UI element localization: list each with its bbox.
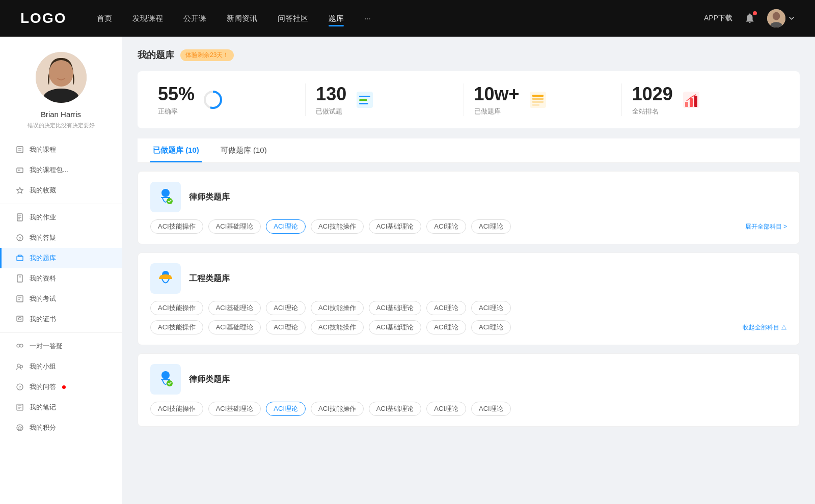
nav-qa[interactable]: 问答社区 xyxy=(278,14,308,23)
bank-tag[interactable]: ACI理论 xyxy=(471,320,511,334)
bank-tag-selected[interactable]: ACI理论 xyxy=(266,402,306,416)
bank-tag[interactable]: ACI理论 xyxy=(426,301,466,315)
menu-label-qa: 我的答疑 xyxy=(30,233,56,242)
bank-tag[interactable]: ACI理论 xyxy=(266,320,306,334)
expand-link-lawyer1[interactable]: 展开全部科目 > xyxy=(745,222,787,231)
tab-available[interactable]: 可做题库 (10) xyxy=(218,138,270,162)
stat-done-label: 已做试题 xyxy=(316,107,346,116)
menu-label-points: 我的积分 xyxy=(30,423,56,432)
menu-label-question: 我的问答 xyxy=(30,382,56,391)
bank-tag[interactable]: ACI理论 xyxy=(471,402,511,416)
lawyer-bank-icon2 xyxy=(150,364,181,395)
sidebar-item-question[interactable]: ? 我的问答 xyxy=(0,377,122,397)
svg-rect-58 xyxy=(159,277,172,279)
bank-tag[interactable]: ACI理论 xyxy=(426,320,466,334)
bank-tag[interactable]: ACI技能操作 xyxy=(311,402,364,416)
course-icon xyxy=(15,145,24,154)
app-download-link[interactable]: APP下载 xyxy=(704,14,732,23)
svg-rect-43 xyxy=(359,99,367,101)
bank-tag[interactable]: ACI理论 xyxy=(426,219,466,234)
notification-bell[interactable] xyxy=(743,11,757,25)
svg-point-59 xyxy=(161,371,170,379)
menu-label-course: 我的课程 xyxy=(30,145,56,154)
page-title: 我的题库 xyxy=(138,49,174,61)
bank-tag[interactable]: ACI理论 xyxy=(426,402,466,416)
bank-tag[interactable]: ACI技能操作 xyxy=(150,402,203,416)
tab-bar: 已做题库 (10) 可做题库 (10) xyxy=(138,138,800,163)
bank-card-lawyer1: 律师类题库 ACI技能操作 ACI基础理论 ACI理论 ACI技能操作 ACI基… xyxy=(138,171,800,244)
bank-tag-selected[interactable]: ACI理论 xyxy=(266,219,306,234)
bank-tag[interactable]: ACI基础理论 xyxy=(208,320,261,334)
bank-tag[interactable]: ACI理论 xyxy=(471,219,511,234)
sidebar-item-qa[interactable]: ? 我的答疑 xyxy=(0,228,122,248)
bank-tag[interactable]: ACI基础理论 xyxy=(369,320,422,334)
bank-tag[interactable]: ACI基础理论 xyxy=(208,219,261,234)
nav-home[interactable]: 首页 xyxy=(97,14,112,23)
bank-tag[interactable]: ACI基础理论 xyxy=(208,402,261,416)
nav-news[interactable]: 新闻资讯 xyxy=(227,14,257,23)
main-content: 我的题库 体验剩余23天！ 55% 正确率 xyxy=(122,37,815,504)
sidebar-item-homework[interactable]: 我的作业 xyxy=(0,207,122,228)
nav-open[interactable]: 公开课 xyxy=(183,14,206,23)
nav-discover[interactable]: 发现课程 xyxy=(132,14,163,23)
bank-tag[interactable]: ACI技能操作 xyxy=(311,301,364,315)
tab-done[interactable]: 已做题库 (10) xyxy=(150,138,202,162)
menu-label-homework: 我的作业 xyxy=(30,213,56,222)
bank-tag[interactable]: ACI基础理论 xyxy=(369,301,422,315)
svg-rect-47 xyxy=(532,98,544,100)
sidebar-item-exam[interactable]: 我的考试 xyxy=(0,289,122,309)
bank-tag[interactable]: ACI基础理论 xyxy=(369,219,422,234)
chevron-down-icon xyxy=(789,15,795,21)
svg-point-31 xyxy=(20,366,23,368)
bank-name-lawyer2: 律师类题库 xyxy=(189,374,230,385)
bank-tags-engineer-row2: ACI技能操作 ACI基础理论 ACI理论 ACI技能操作 ACI基础理论 AC… xyxy=(150,320,787,334)
pie-icon xyxy=(203,90,223,110)
sidebar-item-material[interactable]: 我的资料 xyxy=(0,268,122,289)
svg-rect-49 xyxy=(532,104,539,106)
nav-bank[interactable]: 题库 xyxy=(329,14,344,23)
menu-label-cert: 我的证书 xyxy=(30,315,56,324)
bank-icon xyxy=(15,254,24,263)
bank-tag[interactable]: ACI技能操作 xyxy=(150,219,203,234)
bank-tags-lawyer2: ACI技能操作 ACI基础理论 ACI理论 ACI技能操作 ACI基础理论 AC… xyxy=(150,402,787,416)
sidebar-item-oneonone[interactable]: 一对一答疑 xyxy=(0,336,122,356)
bank-tag[interactable]: ACI技能操作 xyxy=(311,320,364,334)
nav-more[interactable]: ··· xyxy=(364,14,371,23)
sidebar-item-points[interactable]: 我的积分 xyxy=(0,417,122,438)
bank-card-header: 律师类题库 xyxy=(150,182,787,212)
bank-tag[interactable]: ACI基础理论 xyxy=(208,301,261,315)
sidebar-menu: 我的课程 我的课程包... 我的收藏 xyxy=(0,139,122,438)
svg-marker-12 xyxy=(17,187,23,193)
sidebar-item-course[interactable]: 我的课程 xyxy=(0,139,122,160)
engineer-bank-icon xyxy=(150,263,181,294)
bank-name-lawyer1: 律师类题库 xyxy=(189,192,230,203)
svg-rect-60 xyxy=(161,379,170,380)
svg-rect-44 xyxy=(359,103,368,104)
menu-label-group: 我的小组 xyxy=(30,362,56,371)
nav-links: 首页 发现课程 公开课 新闻资讯 问答社区 题库 ··· xyxy=(97,14,704,23)
bank-tag[interactable]: ACI技能操作 xyxy=(311,219,364,234)
sidebar-item-bank[interactable]: 我的题库 xyxy=(0,248,122,268)
stat-accuracy-value: 55% xyxy=(158,83,195,105)
sidebar-item-favorite[interactable]: 我的收藏 xyxy=(0,180,122,201)
svg-rect-23 xyxy=(17,296,23,302)
sidebar-item-group[interactable]: 我的小组 xyxy=(0,356,122,377)
stat-done-banks: 10w+ 已做题库 xyxy=(464,83,622,116)
bank-tags-engineer-row1: ACI技能操作 ACI基础理论 ACI理论 ACI技能操作 ACI基础理论 AC… xyxy=(150,301,787,315)
sidebar-item-package[interactable]: 我的课程包... xyxy=(0,160,122,180)
avatar xyxy=(36,52,87,103)
bank-tag[interactable]: ACI基础理论 xyxy=(369,402,422,416)
sidebar-item-note[interactable]: 我的笔记 xyxy=(0,397,122,417)
sidebar-item-cert[interactable]: 我的证书 xyxy=(0,309,122,329)
bank-tag[interactable]: ACI技能操作 xyxy=(150,301,203,315)
svg-rect-53 xyxy=(694,96,697,107)
svg-rect-51 xyxy=(685,102,688,107)
bank-card-engineer: 工程类题库 ACI技能操作 ACI基础理论 ACI理论 ACI技能操作 ACI基… xyxy=(138,253,800,345)
bank-tag[interactable]: ACI技能操作 xyxy=(150,320,203,334)
bank-tag[interactable]: ACI理论 xyxy=(266,301,306,315)
page-header: 我的题库 体验剩余23天！ xyxy=(138,49,800,61)
bank-tag[interactable]: ACI理论 xyxy=(471,301,511,315)
collapse-link-engineer[interactable]: 收起全部科目 △ xyxy=(743,323,787,332)
menu-label-favorite: 我的收藏 xyxy=(30,186,56,195)
user-avatar-wrap[interactable] xyxy=(767,9,795,27)
